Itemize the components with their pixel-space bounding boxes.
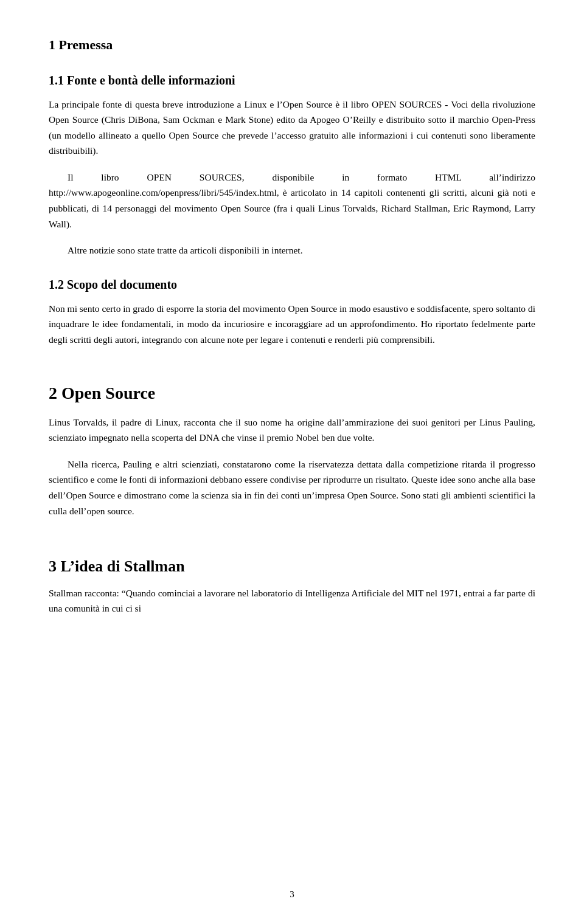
paragraph-text: Nella ricerca, Pauling e altri scienziat… (49, 457, 535, 519)
paragraph-1-1-3: Altre notizie sono state tratte da artic… (49, 243, 535, 258)
paragraph-text: Il libro OPEN SOURCES, disponibile in fo… (49, 170, 535, 232)
paragraph-text: Linus Torvalds, il padre di Linux, racco… (49, 415, 535, 446)
page-number: 3 (0, 889, 584, 900)
paragraph-text: Non mi sento certo in grado di esporre l… (49, 301, 535, 348)
subsection-1-1-heading: 1.1 Fonte e bontà delle informazioni (49, 72, 535, 88)
paragraph-text: La principale fonte di questa breve intr… (49, 97, 535, 159)
paragraph-1-1-1: La principale fonte di questa breve intr… (49, 97, 535, 159)
section-3-heading: 3 L’idea di Stallman (49, 556, 535, 577)
paragraph-3-1: Stallman racconta: “Quando cominciai a l… (49, 585, 535, 616)
paragraph-text: Altre notizie sono state tratte da artic… (49, 243, 535, 258)
subsection-1-2-heading: 1.2 Scopo del documento (49, 277, 535, 292)
section-1-heading: 1 Premessa (49, 36, 535, 54)
page: 1 Premessa 1.1 Fonte e bontà delle infor… (0, 0, 584, 924)
paragraph-text: Stallman racconta: “Quando cominciai a l… (49, 585, 535, 616)
paragraph-1-1-2: Il libro OPEN SOURCES, disponibile in fo… (49, 170, 535, 232)
paragraph-2-2: Nella ricerca, Pauling e altri scienziat… (49, 457, 535, 519)
section-2-heading: 2 Open Source (49, 382, 535, 404)
paragraph-1-2-1: Non mi sento certo in grado di esporre l… (49, 301, 535, 348)
paragraph-2-1: Linus Torvalds, il padre di Linux, racco… (49, 415, 535, 446)
